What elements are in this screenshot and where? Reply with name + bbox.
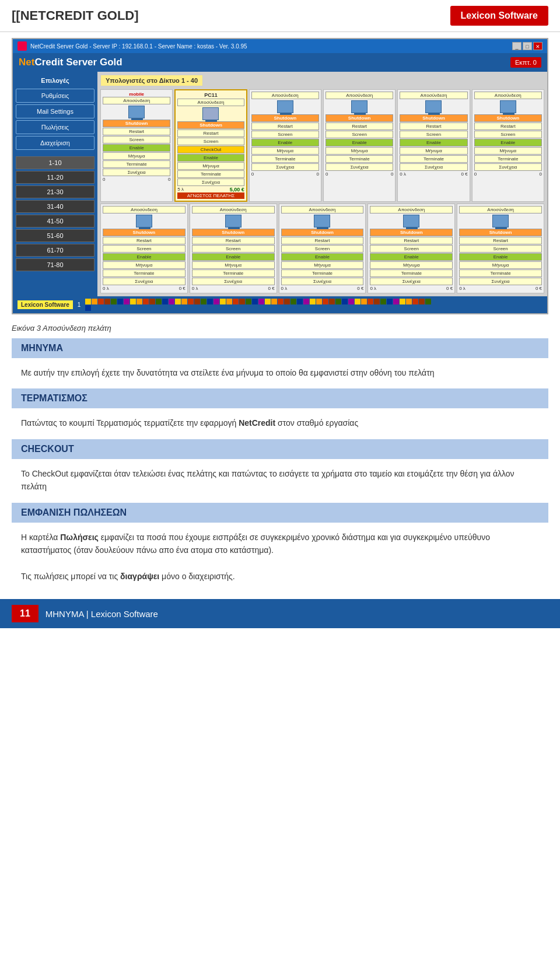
message-btn-4[interactable]: Μήνυμα <box>326 147 393 155</box>
message-btn-5[interactable]: Μήνυμα <box>400 147 467 155</box>
shutdown-btn-5[interactable]: Shutdown <box>400 114 467 122</box>
range-btn-41-50[interactable]: 41-50 <box>16 215 94 227</box>
restart-btn-r2-2[interactable]: Restart <box>192 237 275 244</box>
enable-btn-6[interactable]: Enable <box>474 139 542 146</box>
shutdown-btn-mobile[interactable]: Shutdown <box>103 120 170 127</box>
continue-btn-3[interactable]: Συνέχεια <box>251 163 319 171</box>
screen-btn-r2-4[interactable]: Screen <box>370 245 453 253</box>
range-btn-1-10[interactable]: 1-10 <box>16 156 94 169</box>
enable-btn-r2-2[interactable]: Enable <box>192 253 275 261</box>
continue-btn-mobile[interactable]: Συνέχεια <box>103 169 170 176</box>
enable-btn-pc11[interactable]: Enable <box>177 154 244 162</box>
restart-btn-mobile[interactable]: Restart <box>103 128 170 135</box>
restart-btn-r2-4[interactable]: Restart <box>370 237 453 244</box>
screen-btn-r2-2[interactable]: Screen <box>192 245 275 253</box>
restart-btn-5[interactable]: Restart <box>400 122 467 130</box>
continue-btn-6[interactable]: Συνέχεια <box>474 163 542 171</box>
enable-btn-3[interactable]: Enable <box>251 139 319 146</box>
disconnect-btn-r2-3[interactable]: Αποσύνδεση <box>281 206 364 213</box>
restart-btn-3[interactable]: Restart <box>251 122 319 130</box>
checkout-btn-pc11[interactable]: CheckOut <box>177 146 244 153</box>
exit-button[interactable]: Εκπτ. 0 <box>510 57 541 68</box>
disconnect-btn-r2-4[interactable]: Αποσύνδεση <box>370 206 453 213</box>
terminate-btn-5[interactable]: Terminate <box>400 155 467 163</box>
sidebar-btn-poliseis[interactable]: Πωλήσεις <box>16 120 94 134</box>
restart-btn-r2-1[interactable]: Restart <box>103 237 186 244</box>
range-btn-71-80[interactable]: 71-80 <box>16 258 94 271</box>
terminate-btn-r2-4[interactable]: Terminate <box>370 269 453 277</box>
disconnect-btn-r2-5[interactable]: Αποσύνδεση <box>459 206 542 213</box>
terminate-btn-r2-3[interactable]: Terminate <box>281 269 364 277</box>
shutdown-btn-r2-1[interactable]: Shutdown <box>103 229 186 236</box>
shutdown-btn-r2-4[interactable]: Shutdown <box>370 229 453 236</box>
win-close-button[interactable]: ✕ <box>533 42 542 50</box>
shutdown-btn-r2-2[interactable]: Shutdown <box>192 229 275 236</box>
message-btn-r2-2[interactable]: Μήνυμα <box>192 261 275 269</box>
enable-btn-r2-3[interactable]: Enable <box>281 253 364 261</box>
shutdown-btn-r2-3[interactable]: Shutdown <box>281 229 364 236</box>
continue-btn-r2-2[interactable]: Συνέχεια <box>192 278 275 285</box>
continue-btn-pc11[interactable]: Συνέχεια <box>177 178 244 186</box>
restart-btn-6[interactable]: Restart <box>474 122 542 130</box>
shutdown-btn-r2-5[interactable]: Shutdown <box>459 229 542 236</box>
shutdown-btn-3[interactable]: Shutdown <box>251 114 319 122</box>
terminate-btn-mobile[interactable]: Terminate <box>103 160 170 168</box>
continue-btn-r2-4[interactable]: Συνέχεια <box>370 278 453 285</box>
enable-btn-mobile[interactable]: Enable <box>103 144 170 152</box>
restart-btn-4[interactable]: Restart <box>326 122 393 130</box>
message-btn-pc11[interactable]: Μήνυμα <box>177 162 244 170</box>
message-btn-mobile[interactable]: Μήνυμα <box>103 152 170 160</box>
disconnect-btn-pc11[interactable]: Αποσύνδεση <box>177 99 244 106</box>
message-btn-r2-4[interactable]: Μήνυμα <box>370 261 453 269</box>
screen-btn-r2-3[interactable]: Screen <box>281 245 364 253</box>
continue-btn-4[interactable]: Συνέχεια <box>326 163 393 171</box>
shutdown-btn-6[interactable]: Shutdown <box>474 114 542 122</box>
range-btn-61-70[interactable]: 61-70 <box>16 244 94 257</box>
continue-btn-r2-3[interactable]: Συνέχεια <box>281 278 364 285</box>
continue-btn-r2-5[interactable]: Συνέχεια <box>459 278 542 285</box>
win-minimize-button[interactable]: _ <box>512 42 522 50</box>
disconnect-btn-mobile[interactable]: Αποσύνδεση <box>103 97 170 104</box>
win-maximize-button[interactable]: □ <box>523 42 532 50</box>
range-btn-21-30[interactable]: 21-30 <box>16 185 94 198</box>
message-btn-r2-1[interactable]: Μήνυμα <box>103 261 186 269</box>
terminate-btn-pc11[interactable]: Terminate <box>177 170 244 178</box>
screen-btn-r2-5[interactable]: Screen <box>459 245 542 253</box>
disconnect-btn-6[interactable]: Αποσύνδεση <box>474 92 542 99</box>
terminate-btn-4[interactable]: Terminate <box>326 155 393 163</box>
disconnect-btn-r2-1[interactable]: Αποσύνδεση <box>103 206 186 213</box>
continue-btn-5[interactable]: Συνέχεια <box>400 163 467 171</box>
enable-btn-r2-1[interactable]: Enable <box>103 253 186 261</box>
win-controls[interactable]: _ □ ✕ <box>512 42 542 50</box>
message-btn-3[interactable]: Μήνυμα <box>251 147 319 155</box>
enable-btn-r2-5[interactable]: Enable <box>459 253 542 261</box>
sidebar-btn-rythmiseis[interactable]: Ρυθμίσεις <box>16 89 94 103</box>
terminate-btn-r2-2[interactable]: Terminate <box>192 269 275 277</box>
shutdown-btn-4[interactable]: Shutdown <box>326 114 393 122</box>
screen-btn-mobile[interactable]: Screen <box>103 136 170 143</box>
enable-btn-r2-4[interactable]: Enable <box>370 253 453 261</box>
screen-btn-3[interactable]: Screen <box>251 131 319 138</box>
sidebar-btn-mail[interactable]: Mail Settings <box>16 104 94 118</box>
disconnect-btn-r2-2[interactable]: Αποσύνδεση <box>192 206 275 213</box>
screen-btn-r2-1[interactable]: Screen <box>103 245 186 253</box>
enable-btn-4[interactable]: Enable <box>326 139 393 146</box>
shutdown-btn-pc11[interactable]: Shutdown <box>177 121 244 129</box>
terminate-btn-r2-5[interactable]: Terminate <box>459 269 542 277</box>
screen-btn-pc11[interactable]: Screen <box>177 138 244 145</box>
disconnect-btn-3[interactable]: Αποσύνδεση <box>251 92 319 99</box>
disconnect-btn-5[interactable]: Αποσύνδεση <box>400 92 467 99</box>
message-btn-6[interactable]: Μήνυμα <box>474 147 542 155</box>
restart-btn-r2-5[interactable]: Restart <box>459 237 542 244</box>
range-btn-31-40[interactable]: 31-40 <box>16 200 94 213</box>
terminate-btn-r2-1[interactable]: Terminate <box>103 269 186 277</box>
message-btn-r2-3[interactable]: Μήνυμα <box>281 261 364 269</box>
continue-btn-r2-1[interactable]: Συνέχεια <box>103 278 186 285</box>
restart-btn-pc11[interactable]: Restart <box>177 129 244 137</box>
enable-btn-5[interactable]: Enable <box>400 139 467 146</box>
range-btn-51-60[interactable]: 51-60 <box>16 229 94 242</box>
screen-btn-6[interactable]: Screen <box>474 131 542 138</box>
disconnect-btn-4[interactable]: Αποσύνδεση <box>326 92 393 99</box>
terminate-btn-6[interactable]: Terminate <box>474 155 542 163</box>
range-btn-11-20[interactable]: 11-20 <box>16 171 94 184</box>
